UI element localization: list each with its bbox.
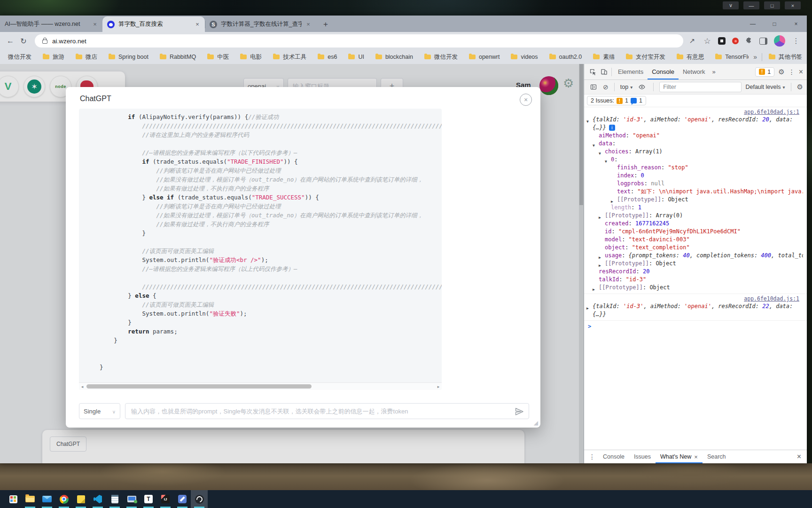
background-window-controls[interactable]: ∨—□× bbox=[723, 1, 801, 9]
bookmark-item[interactable]: openwrt bbox=[469, 54, 500, 60]
expand-arrow-icon[interactable]: ▶ bbox=[611, 198, 613, 204]
log-property[interactable]: ▶usage: {prompt_tokens: 40, completion_t… bbox=[584, 252, 803, 260]
maximize-button[interactable]: □ bbox=[764, 16, 785, 32]
issues-counter[interactable]: 1 bbox=[755, 67, 774, 77]
bookmark-item[interactable]: es6 bbox=[318, 54, 337, 60]
devtools-menu-icon[interactable] bbox=[789, 68, 795, 76]
browser-tab[interactable]: 算字数_百度搜索× bbox=[102, 16, 205, 32]
console-settings-icon[interactable] bbox=[797, 83, 803, 91]
bookmark-item[interactable]: 中医 bbox=[207, 53, 229, 61]
close-button[interactable]: × bbox=[785, 16, 807, 32]
expand-arrow-icon[interactable]: ▶ bbox=[599, 262, 601, 268]
send-icon[interactable] bbox=[515, 407, 524, 418]
drawer-close-icon[interactable] bbox=[797, 452, 805, 461]
expand-arrow-icon[interactable]: ▶ bbox=[593, 286, 595, 292]
log-property[interactable]: ▶[[Prototype]]: Object bbox=[584, 260, 803, 268]
code-block[interactable]: if (AlipayNotify.verify(params)) {//验证成功… bbox=[79, 109, 442, 390]
log-property[interactable]: ▶[[Prototype]]: Array(0) bbox=[584, 212, 803, 220]
bookmark-item[interactable]: 技术工具 bbox=[273, 53, 306, 61]
log-property[interactable]: finish_reason: "stop" bbox=[584, 164, 803, 172]
log-property[interactable]: ▶[[Prototype]]: Object bbox=[584, 284, 803, 292]
bookmark-item[interactable]: 有意思 bbox=[677, 53, 704, 61]
mode-select[interactable]: Single bbox=[79, 403, 120, 419]
bookmark-item[interactable]: oauth2.0 bbox=[549, 54, 582, 60]
bg-window-control[interactable]: ∨ bbox=[723, 1, 739, 9]
bookmark-item[interactable]: 素描 bbox=[593, 53, 615, 61]
drawer-tab-search[interactable]: Search bbox=[703, 450, 731, 463]
bookmark-item[interactable]: 微店 bbox=[76, 53, 97, 61]
console-log-area[interactable]: app.6fe10dad.js:1▼{talkId: 'id-3', aiMet… bbox=[584, 107, 807, 450]
back-button[interactable] bbox=[4, 34, 17, 48]
log-property[interactable]: model: "text-davinci-003" bbox=[584, 236, 803, 244]
taskbar-file-explorer[interactable] bbox=[22, 490, 39, 508]
taskbar-notepad[interactable] bbox=[106, 490, 123, 508]
expand-arrow-icon[interactable]: ▼ bbox=[599, 150, 601, 156]
devtools-close-icon[interactable] bbox=[799, 68, 803, 76]
scroll-right-icon[interactable] bbox=[435, 383, 442, 389]
drawer-tab-what-s-new[interactable]: What's New bbox=[656, 450, 703, 463]
browser-tab[interactable]: AI—智能助手 —— wzero.net× bbox=[0, 16, 102, 32]
tab-close-icon[interactable] bbox=[694, 453, 698, 460]
clear-console-icon[interactable] bbox=[603, 83, 609, 91]
more-tabs-icon[interactable] bbox=[710, 68, 718, 75]
expand-arrow-icon[interactable]: ▼ bbox=[593, 142, 595, 148]
inspect-element-icon[interactable] bbox=[587, 66, 598, 78]
share-icon[interactable] bbox=[688, 37, 696, 45]
extensions-puzzle-icon[interactable] bbox=[745, 37, 753, 45]
address-bar[interactable]: ai.wzero.net bbox=[35, 34, 683, 48]
context-select[interactable]: top bbox=[620, 84, 632, 90]
log-property[interactable]: resRecordId: 20 bbox=[584, 268, 803, 276]
log-property[interactable]: logprobs: null bbox=[584, 180, 803, 188]
profile-avatar[interactable] bbox=[774, 35, 785, 47]
device-toolbar-icon[interactable] bbox=[598, 66, 609, 78]
expand-arrow-icon[interactable]: ▶ bbox=[599, 214, 601, 220]
devtools-settings-icon[interactable] bbox=[778, 68, 784, 76]
expand-arrow-icon[interactable]: ▶ bbox=[586, 304, 589, 312]
info-icon[interactable]: i bbox=[609, 125, 615, 131]
scrollbar-thumb[interactable] bbox=[86, 384, 312, 389]
taskbar-vscode[interactable] bbox=[89, 490, 106, 508]
bookmark-item[interactable]: 电影 bbox=[240, 53, 262, 61]
chrome-menu-icon[interactable] bbox=[792, 37, 800, 45]
source-link[interactable]: app.6fe10dad.js:1 bbox=[744, 295, 799, 302]
taskbar-intellij-idea[interactable] bbox=[157, 490, 174, 508]
bookmark-item[interactable]: UI bbox=[348, 54, 364, 60]
log-preview[interactable]: ▶{talkId: 'id-3', aiMethod: 'openai', re… bbox=[584, 302, 803, 318]
screenshot-extension-icon[interactable] bbox=[718, 37, 726, 45]
filter-input[interactable] bbox=[660, 84, 741, 90]
log-property[interactable]: object: "text_completion" bbox=[584, 244, 803, 252]
log-property[interactable]: text: "如下: \n\nimport java.util.HashMap;… bbox=[584, 188, 803, 196]
tab-close-icon[interactable]: × bbox=[194, 21, 201, 28]
taskbar-sticky-notes[interactable] bbox=[72, 490, 89, 508]
bookmark-star-icon[interactable] bbox=[703, 37, 711, 45]
minimize-button[interactable]: — bbox=[742, 16, 764, 32]
console-prompt[interactable] bbox=[584, 321, 807, 332]
bg-window-control[interactable]: × bbox=[785, 1, 801, 9]
record-extension-icon[interactable] bbox=[732, 38, 739, 44]
bookmarks-overflow-icon[interactable] bbox=[749, 53, 762, 61]
tab-close-icon[interactable]: × bbox=[304, 21, 312, 28]
bookmark-item[interactable]: videos bbox=[511, 54, 538, 60]
drawer-menu-icon[interactable] bbox=[586, 453, 598, 460]
devtools-tab-elements[interactable]: Elements bbox=[614, 64, 648, 79]
log-property[interactable]: ▼data: bbox=[584, 140, 803, 148]
taskbar-remote-desktop[interactable] bbox=[123, 490, 140, 508]
other-bookmarks[interactable]: 其他书签 bbox=[762, 53, 802, 61]
log-property[interactable]: aiMethod: "openai" bbox=[584, 132, 803, 140]
bookmark-item[interactable]: RabbitMQ bbox=[160, 54, 196, 60]
taskbar-start[interactable] bbox=[5, 490, 22, 508]
bg-window-control[interactable]: — bbox=[743, 1, 759, 9]
bookmark-item[interactable]: TensorFlow bbox=[715, 54, 749, 60]
log-property[interactable]: talkId: "id-3" bbox=[584, 276, 803, 284]
reload-button[interactable] bbox=[17, 34, 30, 48]
log-property[interactable]: created: 1677162245 bbox=[584, 220, 803, 228]
new-tab-button[interactable]: + bbox=[320, 18, 332, 31]
bookmark-item[interactable]: blockchain bbox=[375, 54, 413, 60]
prompt-input[interactable] bbox=[125, 404, 516, 419]
taskbar-typora[interactable] bbox=[140, 490, 157, 508]
taskbar-obs[interactable] bbox=[191, 490, 208, 508]
log-property[interactable]: ▶[[Prototype]]: Object bbox=[584, 196, 803, 204]
bookmark-item[interactable]: Spring boot bbox=[109, 54, 148, 60]
devtools-tab-console[interactable]: Console bbox=[648, 64, 679, 79]
scroll-left-icon[interactable] bbox=[79, 383, 86, 389]
